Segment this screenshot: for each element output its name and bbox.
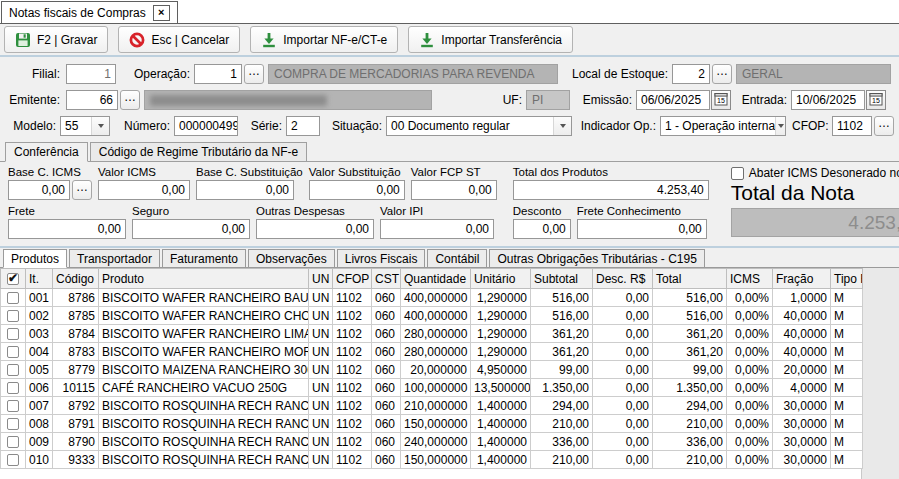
cell: 150,000000: [401, 451, 471, 469]
tab-codigo-regime-tributario[interactable]: Código de Regime Tributário da NF-e: [90, 142, 307, 161]
tab-conferencia[interactable]: Conferência: [5, 142, 88, 162]
tab-outras-obrigacoes[interactable]: Outras Obrigações Tributárias - C195: [489, 249, 704, 267]
cancel-button[interactable]: Esc | Cancelar: [118, 26, 240, 53]
tab-notas-fiscais-compras[interactable]: Notas fiscais de Compras ×: [1, 1, 178, 23]
table-row[interactable]: 0028785BISCOITO WAFER RANCHEIRO CHOCOLAT…: [1, 307, 863, 325]
import-down-arrow-icon: [419, 32, 435, 48]
abater-icms-checkbox[interactable]: [731, 167, 744, 180]
cell: 30,0000: [773, 433, 831, 451]
table-row[interactable]: 0098790BISCOITO ROSQUINHA RECH RANCHEIRO…: [1, 433, 863, 451]
frete-input[interactable]: 0,00: [8, 219, 126, 239]
local-estoque-field[interactable]: 2: [672, 64, 710, 84]
row-checkbox[interactable]: [7, 292, 19, 304]
valor-icms-input[interactable]: 0,00: [98, 180, 190, 200]
outras-despesas-input[interactable]: 0,00: [256, 219, 374, 239]
emissao-calendar-button[interactable]: 15: [711, 90, 731, 110]
base-icms-browse-button[interactable]: …: [72, 180, 92, 200]
save-button[interactable]: F2 | Gravar: [4, 26, 108, 53]
table-row[interactable]: 0058779BISCOITO MAIZENA RANCHEIRO 300GUN…: [1, 361, 863, 379]
total-produtos-input[interactable]: 4.253,40: [513, 180, 709, 200]
column-header[interactable]: Total: [653, 269, 727, 289]
total-nota-value: 4.253,40: [731, 208, 899, 237]
invoice-header-form: Filial: 1 Operação: 1 … COMPRA DE MERCAD…: [0, 57, 899, 141]
save-floppy-icon: [15, 32, 31, 48]
valor-ipi-input[interactable]: 0,00: [380, 219, 494, 239]
cancel-button-label: Esc | Cancelar: [151, 33, 229, 47]
emitente-name-field: [144, 90, 432, 110]
row-checkbox[interactable]: [7, 418, 19, 430]
base-substituicao-input[interactable]: 0,00: [196, 180, 294, 200]
cell: 8791: [53, 415, 99, 433]
column-header[interactable]: UN: [309, 269, 333, 289]
column-header[interactable]: Quantidade: [401, 269, 471, 289]
table-row[interactable]: 0088791BISCOITO ROSQUINHA RECH RANCHEIRO…: [1, 415, 863, 433]
cell: 8790: [53, 433, 99, 451]
import-transfer-button[interactable]: Importar Transferência: [408, 26, 573, 53]
select-all-checkbox[interactable]: [7, 273, 19, 285]
totals-middle-row-2: Desconto 0,00 Frete Conhecimento 0,00: [513, 205, 709, 239]
row-checkbox[interactable]: [7, 310, 19, 322]
column-header[interactable]: CST: [372, 269, 401, 289]
cell: 294,00: [531, 397, 593, 415]
table-row[interactable]: 0048783BISCOITO WAFER RANCHEIRO MORANGOU…: [1, 343, 863, 361]
tab-contabil[interactable]: Contábil: [427, 249, 487, 267]
serie-field[interactable]: 2: [286, 116, 320, 136]
abater-icms-row[interactable]: Abater ICMS Desonerado no Total: [731, 166, 899, 180]
row-checkbox[interactable]: [7, 382, 19, 394]
column-header[interactable]: Desc. R$: [593, 269, 653, 289]
column-header[interactable]: Código: [53, 269, 99, 289]
table-row[interactable]: 0109333BISCOITO ROSQUINHA RECH RANCHEIRO…: [1, 451, 863, 469]
entrada-label: Entrada:: [739, 93, 787, 107]
row-checkbox[interactable]: [7, 454, 19, 466]
operacao-browse-button[interactable]: …: [244, 64, 264, 84]
tab-livros-fiscais[interactable]: Livros Fiscais: [337, 249, 426, 267]
column-header[interactable]: Produto: [99, 269, 309, 289]
filial-field[interactable]: 1: [66, 64, 116, 84]
indicador-op-dropdown[interactable]: 1 - Operação interna: [660, 116, 786, 136]
row-checkbox[interactable]: [7, 346, 19, 358]
table-row[interactable]: 0018786BISCOITO WAFER RANCHEIRO BAUNILHA…: [1, 289, 863, 307]
tab-produtos[interactable]: Produtos: [3, 249, 67, 268]
row-checkbox[interactable]: [7, 364, 19, 376]
row-checkbox[interactable]: [7, 328, 19, 340]
column-header[interactable]: Subtotal: [531, 269, 593, 289]
situacao-dropdown[interactable]: 00 Documento regular: [386, 116, 572, 136]
cfop-browse-button[interactable]: …: [874, 116, 894, 136]
emitente-field[interactable]: 66: [66, 90, 118, 110]
frete-conhecimento-input[interactable]: 0,00: [577, 219, 707, 239]
tab-observacoes[interactable]: Observações: [248, 249, 335, 267]
import-down-arrow-icon: [261, 32, 277, 48]
entrada-calendar-button[interactable]: 15: [866, 90, 886, 110]
numero-field[interactable]: 000000499: [174, 116, 238, 136]
cell: 1102: [333, 361, 372, 379]
cfop-field[interactable]: 1102: [832, 116, 872, 136]
base-icms-input[interactable]: 0,00: [8, 180, 70, 200]
emitente-browse-button[interactable]: …: [120, 90, 140, 110]
local-estoque-browse-button[interactable]: …: [712, 64, 732, 84]
column-header[interactable]: Fração: [773, 269, 831, 289]
row-checkbox[interactable]: [7, 400, 19, 412]
cell: 1102: [333, 451, 372, 469]
operacao-field[interactable]: 1: [194, 64, 242, 84]
row-checkbox[interactable]: [7, 436, 19, 448]
table-row[interactable]: 0078792BISCOITO ROSQUINHA RECH RANCHEIRO…: [1, 397, 863, 415]
column-header[interactable]: CFOP: [333, 269, 372, 289]
outras-despesas-field: Outras Despesas 0,00: [256, 205, 374, 239]
close-icon[interactable]: ×: [153, 5, 170, 21]
tab-faturamento[interactable]: Faturamento: [162, 249, 246, 267]
valor-fcp-st-input[interactable]: 0,00: [411, 180, 497, 200]
column-header[interactable]: ICMS: [727, 269, 773, 289]
column-header[interactable]: It.: [26, 269, 53, 289]
valor-substituicao-input[interactable]: 0,00: [309, 180, 405, 200]
entrada-date-field[interactable]: 10/06/2025: [791, 90, 865, 110]
column-header[interactable]: Unitário: [471, 269, 531, 289]
import-nfe-button[interactable]: Importar NF-e/CT-e: [250, 26, 398, 53]
desconto-input[interactable]: 0,00: [513, 219, 571, 239]
tab-transportador[interactable]: Transportador: [69, 249, 160, 267]
seguro-input[interactable]: 0,00: [132, 219, 250, 239]
table-row[interactable]: 0038784BISCOITO WAFER RANCHEIRO LIMAO 78…: [1, 325, 863, 343]
modelo-dropdown[interactable]: 55: [60, 116, 110, 136]
emissao-date-field[interactable]: 06/06/2025: [636, 90, 710, 110]
column-header[interactable]: Tipo F.: [831, 269, 863, 289]
table-row[interactable]: 00610115CAFÉ RANCHEIRO VACUO 250GUN11020…: [1, 379, 863, 397]
